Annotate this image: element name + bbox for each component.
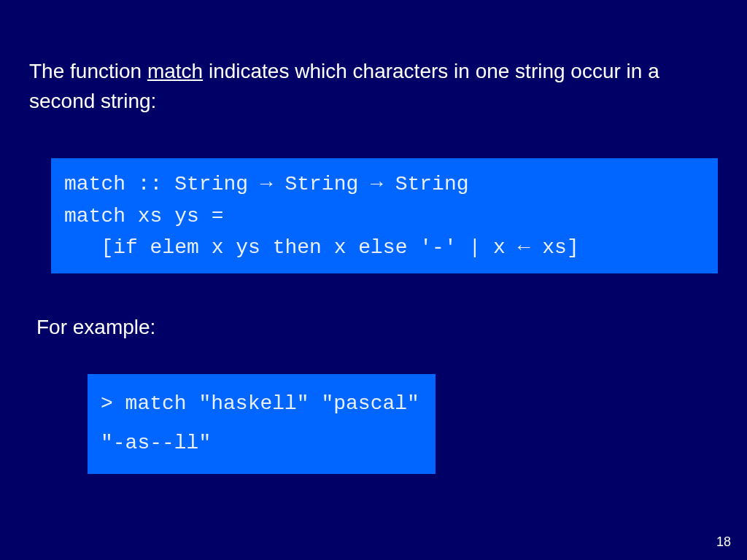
- intro-underlined: match: [147, 60, 203, 82]
- code-line-2: match xs ys =: [64, 205, 223, 228]
- intro-text: The function match indicates which chara…: [29, 57, 718, 116]
- example-line-2: "-as--ll": [101, 432, 211, 454]
- slide-content: The function match indicates which chara…: [0, 0, 747, 474]
- page-number: 18: [716, 534, 731, 550]
- intro-pre: The function: [29, 60, 147, 82]
- code-line-3: [if elem x ys then x else '-' | x ← xs]: [64, 236, 579, 259]
- code-line-1: match :: String → String → String: [64, 173, 469, 195]
- code-block-example: > match "haskell" "pascal" "-as--ll": [88, 374, 436, 473]
- for-example-label: For example:: [36, 316, 718, 339]
- example-line-1: > match "haskell" "pascal": [101, 392, 419, 415]
- code-block-definition: match :: String → String → String match …: [51, 158, 718, 273]
